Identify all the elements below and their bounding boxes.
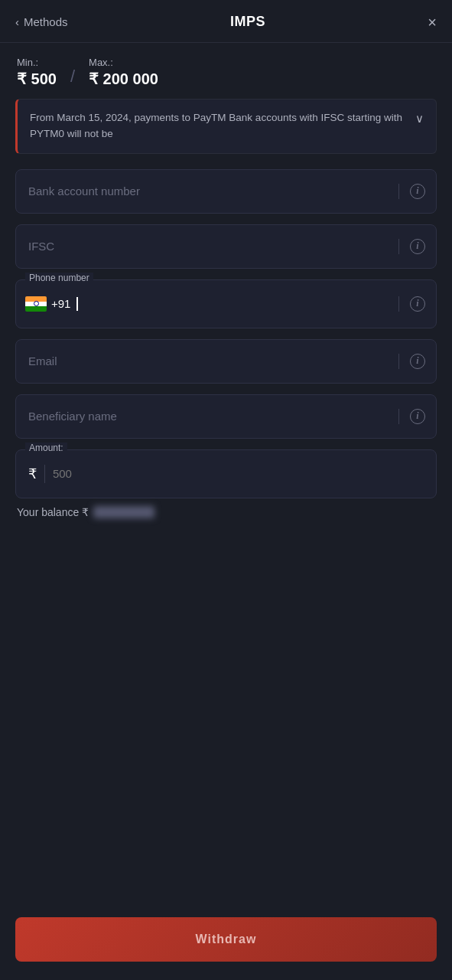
page-title: IMPS [230,14,265,30]
balance-label: Your balance ₹ [17,506,89,518]
email-field[interactable]: i [15,339,437,384]
max-limit: Max.: ₹ 200 000 [89,57,158,88]
info-icon[interactable]: i [410,409,425,424]
amount-divider [44,465,45,483]
limit-divider: / [70,67,75,87]
chevron-down-icon: ∨ [415,112,424,126]
bank-account-info: i [398,184,425,199]
bank-account-field[interactable]: i [15,169,437,214]
india-flag-icon [25,296,47,312]
withdraw-section: Withdraw [0,905,452,980]
amount-field[interactable]: Amount: ₹ [15,449,437,498]
phone-label: Phone number [25,273,93,283]
info-icon[interactable]: i [410,354,425,369]
email-info: i [398,354,425,369]
phone-cursor [76,297,78,311]
beneficiary-info: i [398,409,425,424]
balance-value [93,506,154,518]
min-limit: Min.: ₹ 500 [17,57,57,88]
amount-currency: ₹ [28,466,37,482]
ifsc-field[interactable]: i [15,224,437,269]
max-label: Max.: [89,57,158,68]
header: ‹ Methods IMPS × [0,0,452,43]
phone-inner: +91 [16,280,436,328]
withdraw-button[interactable]: Withdraw [15,917,437,962]
limits-row: Min.: ₹ 500 / Max.: ₹ 200 000 [0,43,452,99]
ifsc-input[interactable] [16,225,436,268]
notice-banner[interactable]: From March 15, 2024, payments to PayTM B… [15,99,437,154]
close-button[interactable]: × [428,15,437,30]
bank-account-input[interactable] [16,170,436,213]
min-value: ₹ 500 [17,70,57,88]
phone-code: +91 [51,297,70,310]
form: i i Phone number +91 i [0,169,452,498]
beneficiary-field[interactable]: i [15,394,437,439]
amount-label: Amount: [25,443,67,453]
max-value: ₹ 200 000 [89,70,158,88]
notice-text: From March 15, 2024, payments to PayTM B… [30,110,408,142]
balance-row: Your balance ₹ [0,498,452,526]
amount-input[interactable] [53,467,424,480]
ifsc-info: i [398,239,425,254]
beneficiary-input[interactable] [16,395,436,438]
phone-info: i [398,296,425,312]
min-label: Min.: [17,57,57,68]
info-icon[interactable]: i [410,296,425,312]
info-icon[interactable]: i [410,184,425,199]
back-icon: ‹ [15,15,19,28]
back-label: Methods [24,15,68,28]
info-icon[interactable]: i [410,239,425,254]
email-input[interactable] [16,340,436,383]
amount-inner: ₹ [16,450,436,498]
back-button[interactable]: ‹ Methods [15,15,68,28]
phone-field[interactable]: Phone number +91 i [15,279,437,328]
